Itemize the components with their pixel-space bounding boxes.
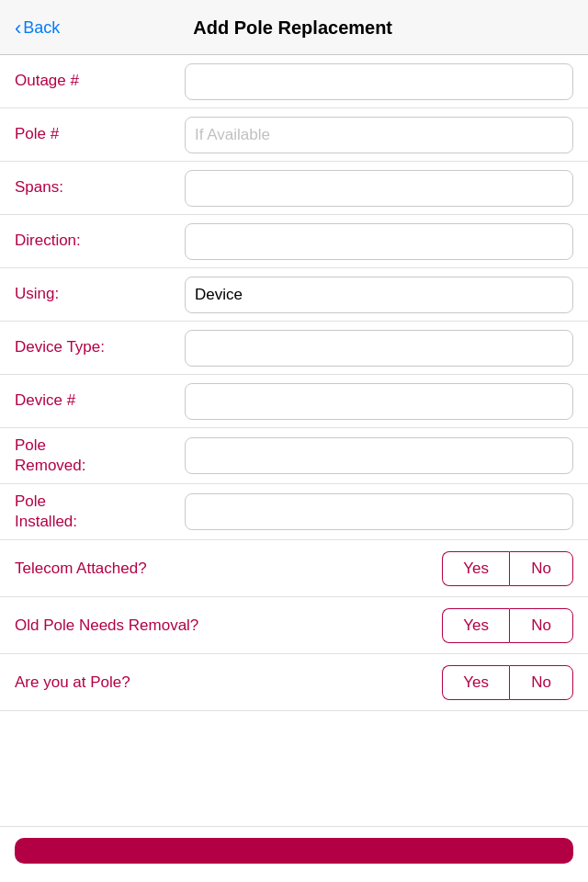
submit-button[interactable] bbox=[15, 838, 573, 864]
old-pole-row: Old Pole Needs Removal? Yes No bbox=[0, 597, 588, 654]
pole-removed-row: PoleRemoved: bbox=[0, 428, 588, 484]
pole-installed-row: PoleInstalled: bbox=[0, 484, 588, 540]
direction-input[interactable] bbox=[185, 223, 573, 260]
using-row: Using: bbox=[0, 268, 588, 322]
pole-num-row: Pole # bbox=[0, 108, 588, 162]
old-pole-label: Old Pole Needs Removal? bbox=[15, 616, 442, 635]
pole-num-input[interactable] bbox=[185, 117, 573, 153]
form-container: Outage # Pole # Spans: Direction: Using:… bbox=[0, 55, 588, 803]
telecom-row: Telecom Attached? Yes No bbox=[0, 540, 588, 597]
back-label: Back bbox=[23, 18, 60, 38]
telecom-no-button[interactable]: No bbox=[509, 551, 573, 586]
device-type-input[interactable] bbox=[185, 330, 573, 367]
header: ‹ Back Add Pole Replacement bbox=[0, 0, 588, 55]
pole-removed-label: PoleRemoved: bbox=[15, 435, 185, 476]
telecom-yesno-group: Yes No bbox=[442, 551, 573, 586]
direction-row: Direction: bbox=[0, 215, 588, 268]
telecom-label: Telecom Attached? bbox=[15, 560, 442, 578]
at-pole-no-button[interactable]: No bbox=[509, 665, 573, 700]
at-pole-row: Are you at Pole? Yes No bbox=[0, 654, 588, 711]
device-num-row: Device # bbox=[0, 375, 588, 428]
device-num-label: Device # bbox=[15, 390, 185, 411]
back-button[interactable]: ‹ Back bbox=[15, 17, 60, 40]
pole-installed-label: PoleInstalled: bbox=[15, 492, 185, 532]
back-chevron-icon: ‹ bbox=[15, 17, 21, 40]
device-num-input[interactable] bbox=[185, 383, 573, 420]
device-type-label: Device Type: bbox=[15, 337, 185, 357]
outage-row: Outage # bbox=[0, 55, 588, 108]
spans-label: Spans: bbox=[15, 177, 185, 198]
old-pole-yesno-group: Yes No bbox=[442, 608, 573, 643]
using-input[interactable] bbox=[185, 277, 573, 313]
spans-input[interactable] bbox=[185, 170, 573, 207]
old-pole-no-button[interactable]: No bbox=[509, 608, 573, 643]
at-pole-yes-button[interactable]: Yes bbox=[442, 665, 509, 700]
direction-label: Direction: bbox=[15, 231, 185, 251]
telecom-yes-button[interactable]: Yes bbox=[442, 551, 509, 586]
page-title: Add Pole Replacement bbox=[67, 17, 518, 39]
outage-label: Outage # bbox=[15, 71, 185, 91]
outage-input[interactable] bbox=[185, 63, 573, 100]
at-pole-label: Are you at Pole? bbox=[15, 673, 442, 692]
using-label: Using: bbox=[15, 284, 185, 304]
device-type-row: Device Type: bbox=[0, 322, 588, 375]
pole-num-label: Pole # bbox=[15, 124, 185, 144]
pole-installed-input[interactable] bbox=[185, 493, 573, 530]
spans-row: Spans: bbox=[0, 162, 588, 215]
bottom-bar bbox=[0, 826, 588, 882]
pole-removed-input[interactable] bbox=[185, 437, 573, 474]
old-pole-yes-button[interactable]: Yes bbox=[442, 608, 509, 643]
at-pole-yesno-group: Yes No bbox=[442, 665, 573, 700]
